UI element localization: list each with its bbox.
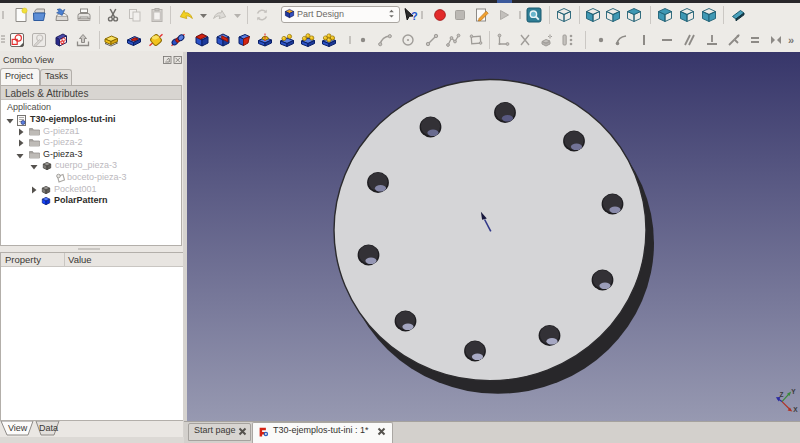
svg-text:Z: Z [780,391,784,398]
svg-text:?: ? [411,10,418,22]
svg-text:X: X [793,406,798,413]
svg-text:»: » [788,34,794,46]
svg-text:Y: Y [791,388,796,395]
